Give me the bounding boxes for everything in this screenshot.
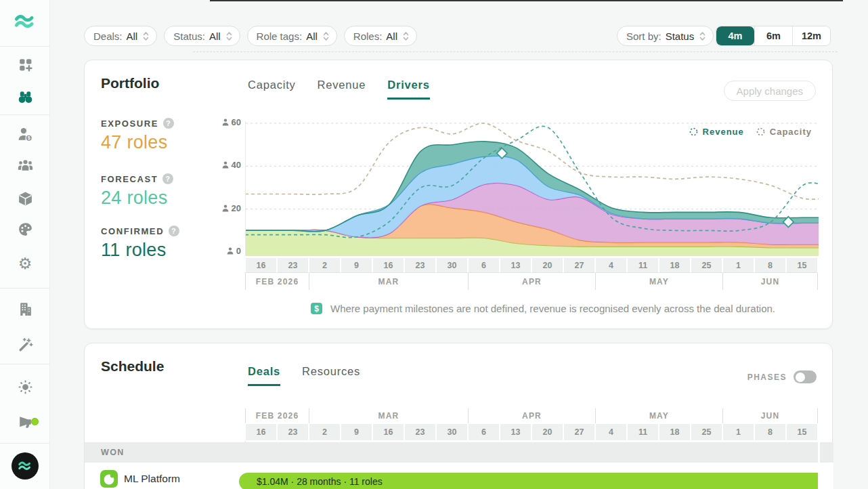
week-cell: 9 xyxy=(341,257,372,273)
phases-label: PHASES xyxy=(747,373,787,382)
filter-label: Roles: xyxy=(353,30,383,42)
portfolio-card: Portfolio CapacityRevenueDrivers Apply c… xyxy=(84,60,833,329)
legend-item-revenue[interactable]: Revenue xyxy=(689,127,744,137)
portfolio-tab-revenue[interactable]: Revenue xyxy=(318,79,366,100)
deal-won-icon xyxy=(100,470,118,488)
week-cell: 30 xyxy=(436,423,468,441)
week-cell: 18 xyxy=(659,423,691,441)
divider xyxy=(0,114,50,115)
portfolio-tab-drivers[interactable]: Drivers xyxy=(387,79,429,100)
range-button-4m[interactable]: 4m xyxy=(716,26,754,45)
week-cell: 23 xyxy=(277,257,309,273)
settings-gear-icon[interactable]: ⚙ xyxy=(0,254,50,273)
toggle-knob xyxy=(796,373,805,382)
y-axis-tick-20: 20 xyxy=(214,203,241,213)
month-cell: JUN xyxy=(722,408,818,423)
stat-label: CONFIRMED? xyxy=(101,226,179,236)
sort-by-dropdown[interactable]: Sort by: Status xyxy=(617,26,714,46)
company-building-icon[interactable] xyxy=(0,299,50,318)
week-cell: 15 xyxy=(786,257,818,273)
team-icon[interactable] xyxy=(0,155,50,174)
dollar-icon: $ xyxy=(311,303,322,314)
week-cell: 16 xyxy=(372,423,404,441)
help-icon[interactable]: ? xyxy=(162,173,173,184)
week-cell: 15 xyxy=(786,423,818,441)
week-cell: 2 xyxy=(309,423,341,441)
schedule-tab-deals[interactable]: Deals xyxy=(248,365,280,386)
portfolio-tabs: CapacityRevenueDrivers xyxy=(248,79,430,100)
week-cell: 8 xyxy=(754,257,786,273)
range-button-12m[interactable]: 12m xyxy=(792,26,830,45)
apps-add-icon[interactable] xyxy=(0,55,50,74)
legend-item-capacity[interactable]: Capacity xyxy=(756,127,812,137)
filter-dropdown-status[interactable]: Status:All xyxy=(164,26,240,46)
stat-value: 11 roles xyxy=(101,240,179,261)
week-cell: 11 xyxy=(627,257,659,273)
week-cell: 25 xyxy=(691,257,722,273)
announcements-megaphone-icon[interactable] xyxy=(0,412,50,431)
week-cell: 1 xyxy=(722,257,754,273)
week-cell: 4 xyxy=(595,423,627,441)
month-cell: MAR xyxy=(309,408,468,423)
palette-icon[interactable] xyxy=(0,219,50,238)
filter-bar: Deals:AllStatus:AllRole tags:AllRoles:Al… xyxy=(84,26,417,46)
help-icon[interactable]: ? xyxy=(163,118,174,129)
week-cell: 23 xyxy=(404,257,436,273)
schedule-tab-resources[interactable]: Resources xyxy=(302,365,360,386)
legend-label: Revenue xyxy=(703,127,744,137)
phases-toggle[interactable] xyxy=(794,370,817,383)
schedule-week-axis: 162329162330613202741118251815 xyxy=(245,423,818,441)
month-cell: MAY xyxy=(595,408,722,423)
deal-name[interactable]: ML Platform xyxy=(124,473,180,485)
week-cell: 11 xyxy=(627,423,659,441)
week-cell: 25 xyxy=(691,423,722,441)
deal-row: ML Platform $1.04M · 28 months · 11 role… xyxy=(85,463,833,489)
week-cell: 16 xyxy=(245,257,277,273)
portfolio-tab-capacity[interactable]: Capacity xyxy=(248,79,296,100)
won-section-header: WON xyxy=(85,442,833,463)
stat-label: EXPOSURE? xyxy=(101,118,174,129)
binoculars-icon[interactable] xyxy=(0,87,50,106)
stat-confirmed: CONFIRMED?11 roles xyxy=(101,226,179,261)
week-cell: 16 xyxy=(372,257,404,273)
app-logo-icon[interactable] xyxy=(0,12,50,31)
content-dashed-border xyxy=(193,51,838,52)
stat-forecast: FORECAST?24 roles xyxy=(101,173,173,209)
week-cell: 8 xyxy=(754,423,786,441)
help-icon[interactable]: ? xyxy=(169,226,179,236)
stat-label: FORECAST? xyxy=(101,173,173,184)
time-range-segmented-control: 4m6m12m xyxy=(716,26,831,46)
filter-label: Status: xyxy=(173,30,205,42)
week-cell: 20 xyxy=(531,423,563,441)
range-button-6m[interactable]: 6m xyxy=(754,26,792,45)
week-cell: 23 xyxy=(404,423,436,441)
apply-changes-button[interactable]: Apply changes xyxy=(724,81,816,101)
chart-month-axis: FEB 2026MARAPRMAYJUN xyxy=(245,273,818,290)
user-dollar-icon[interactable]: $ xyxy=(0,125,50,144)
sort-label: Sort by: xyxy=(626,30,661,42)
package-icon[interactable] xyxy=(0,189,50,208)
chevron-updown-icon xyxy=(323,31,329,41)
chevron-updown-icon xyxy=(699,31,706,41)
chart-week-axis: 162329162330613202741118251815 xyxy=(245,257,818,273)
schedule-card: Schedule DealsResources PHASES FEB 2026M… xyxy=(84,343,833,489)
revenue-footnote: $ Where payment milestones are not defin… xyxy=(311,303,775,314)
sidebar: $⚙ xyxy=(0,0,50,489)
magic-wand-icon[interactable] xyxy=(0,335,50,354)
week-cell: 27 xyxy=(563,423,595,441)
filter-dropdown-roletags[interactable]: Role tags:All xyxy=(247,26,337,46)
theme-sun-icon[interactable] xyxy=(0,377,50,396)
month-cell: APR xyxy=(468,273,595,290)
user-avatar[interactable] xyxy=(12,452,39,480)
week-cell: 23 xyxy=(277,423,309,441)
filter-dropdown-deals[interactable]: Deals:All xyxy=(84,26,157,46)
filter-dropdown-roles[interactable]: Roles:All xyxy=(344,26,417,46)
deal-bar[interactable]: $1.04M · 28 months · 11 roles xyxy=(239,473,818,489)
won-section-label: WON xyxy=(101,448,125,457)
schedule-title: Schedule xyxy=(101,358,164,375)
month-cell: FEB 2026 xyxy=(245,408,309,423)
chevron-updown-icon xyxy=(403,31,409,41)
filter-value: All xyxy=(127,30,138,42)
month-cell: MAR xyxy=(309,273,468,290)
deal-bar-label: $1.04M · 28 months · 11 roles xyxy=(257,476,383,487)
